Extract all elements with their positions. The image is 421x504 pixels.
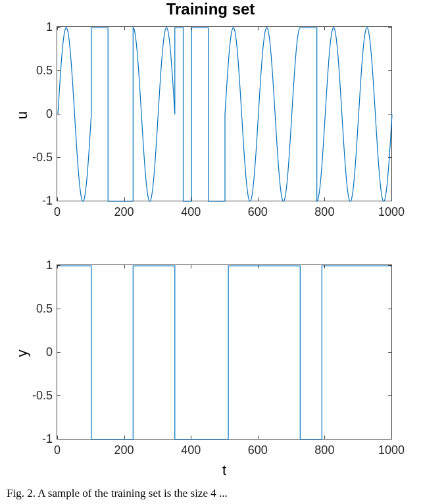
ytick-label: 0 (18, 107, 53, 121)
plot-u-axes (57, 26, 392, 201)
plot-u-trace (57, 27, 393, 202)
xtick-label: 400 (171, 443, 210, 457)
plot-y-axes (57, 265, 392, 440)
ytick-label: -0.5 (18, 389, 53, 403)
ytick-label: 0 (18, 345, 53, 359)
figure-title: Training set (0, 0, 421, 18)
xtick-label: 200 (105, 443, 144, 457)
ytick-label: 0.5 (18, 302, 53, 316)
xtick-label: 0 (37, 443, 77, 457)
xlabel-t: t (57, 462, 392, 479)
xtick-label: 800 (305, 205, 344, 219)
plot-y-trace (57, 265, 393, 440)
xtick-label: 600 (238, 443, 278, 457)
xtick-label: 600 (238, 205, 278, 219)
figure-caption: Fig. 2. A sample of the training set is … (7, 487, 228, 500)
ytick-label: 1 (18, 259, 53, 272)
xtick-label: 1000 (372, 205, 411, 219)
xtick-label: 400 (171, 205, 210, 219)
xtick-label: 1000 (372, 443, 411, 457)
xtick-label: 800 (305, 443, 344, 457)
xtick-label: 0 (37, 205, 77, 219)
ytick-label: -0.5 (18, 151, 53, 164)
xtick-label: 200 (105, 205, 144, 219)
ytick-label: 1 (18, 20, 53, 34)
ytick-label: 0.5 (18, 64, 53, 78)
